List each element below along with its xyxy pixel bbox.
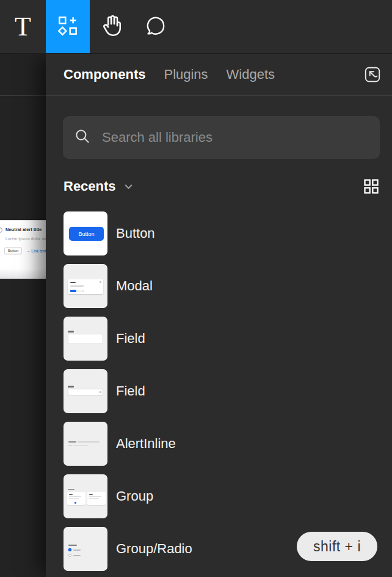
bar: [73, 549, 81, 551]
bar: [100, 281, 101, 283]
thumb-input-box: [68, 389, 103, 395]
alertinline-thumbnail: [64, 422, 107, 466]
thumb-card: [87, 492, 106, 505]
text-tool-icon: T: [15, 13, 31, 40]
field-thumbnail: [64, 369, 107, 413]
grid-view-toggle[interactable]: [363, 178, 380, 195]
bar: [69, 496, 81, 497]
thumb-blue-button: Button: [69, 227, 104, 241]
component-label: Modal: [116, 278, 153, 294]
chevron-down-icon: [123, 182, 134, 192]
bar: [70, 290, 76, 292]
component-item-group[interactable]: Group: [64, 474, 392, 518]
comment-bubble-icon: [145, 15, 167, 39]
bar: [100, 391, 101, 393]
alert-body-text: Lorem ipsum dolor amet conse: [5, 237, 46, 241]
component-item-field-2[interactable]: Field: [64, 369, 392, 413]
alert-info-icon: [0, 227, 2, 233]
insert-panel: Components Plugins Widgets Recents: [46, 54, 392, 577]
component-label: Field: [116, 383, 145, 399]
component-label: Group: [116, 488, 153, 504]
search-icon: [74, 128, 91, 147]
thumb-card: [67, 492, 85, 505]
canvas-frame-edge: [0, 95, 46, 96]
group-thumbnail: [64, 474, 107, 518]
tab-components[interactable]: Components: [64, 67, 145, 83]
field-thumbnail: [64, 317, 107, 361]
search-input[interactable]: [102, 130, 369, 145]
component-label: AlertInline: [116, 436, 176, 452]
alert-link-text: → Link text: [26, 249, 46, 253]
bar: [70, 282, 76, 283]
bar: [74, 502, 76, 504]
bar: [89, 494, 93, 495]
recents-list: Button Button Modal: [64, 211, 392, 577]
bar: [68, 331, 74, 333]
button-thumbnail: Button: [64, 211, 107, 255]
library-search[interactable]: [63, 116, 380, 159]
alert-button: Button: [4, 247, 22, 254]
modal-thumbnail: [64, 264, 107, 308]
component-label: Button: [116, 226, 155, 241]
grid-view-icon: [363, 178, 380, 195]
canvas-background: Neutral alert title Lorem ipsum dolor am…: [0, 54, 46, 577]
bar: [73, 555, 81, 556]
component-item-alertinline[interactable]: AlertInline: [64, 422, 392, 466]
toolbar: T: [0, 0, 392, 54]
bar: [78, 290, 84, 292]
insert-components-tool-button[interactable]: [46, 0, 90, 53]
tab-plugins[interactable]: Plugins: [164, 67, 208, 83]
component-item-field[interactable]: Field: [64, 317, 392, 361]
recents-section-header: Recents: [64, 175, 380, 198]
arrow-up-left-box-icon: [363, 65, 382, 84]
thumb-input-box: [68, 334, 103, 344]
insert-components-icon: [57, 15, 79, 39]
text-tool-button[interactable]: T: [0, 0, 46, 53]
shortcut-hint-pill: shift + i: [297, 532, 377, 561]
canvas-alert-component[interactable]: Neutral alert title Lorem ipsum dolor am…: [0, 220, 46, 279]
bar: [70, 285, 84, 287]
component-label: Field: [116, 331, 145, 347]
bar: [69, 498, 79, 499]
open-as-window-button[interactable]: [361, 64, 383, 86]
thumb-radio-unselected: [68, 554, 71, 557]
hand-tool-icon: [100, 14, 123, 40]
recents-title: Recents: [64, 178, 116, 194]
component-item-modal[interactable]: Modal: [64, 264, 392, 308]
group-radio-thumbnail: [64, 527, 107, 571]
tab-widgets[interactable]: Widgets: [227, 67, 275, 83]
component-label: Group/Radio: [116, 541, 192, 557]
thumb-modal-window: [68, 279, 103, 294]
alert-title: Neutral alert title: [5, 227, 42, 232]
bar: [78, 441, 100, 443]
bar: [89, 498, 99, 499]
panel-tabs-header: Components Plugins Widgets: [46, 54, 392, 96]
bar: [68, 441, 76, 443]
figma-window: T: [0, 0, 392, 577]
bar: [68, 489, 74, 490]
bar: [68, 445, 73, 446]
component-item-button[interactable]: Button Button: [64, 211, 392, 255]
bar: [74, 445, 89, 446]
hand-tool-button[interactable]: [90, 0, 134, 53]
bar: [68, 386, 74, 388]
bar: [68, 545, 77, 546]
bar: [69, 494, 73, 495]
bar: [89, 496, 101, 497]
recents-dropdown[interactable]: [123, 182, 134, 192]
comment-tool-button[interactable]: [134, 0, 178, 53]
thumb-radio-selected: [68, 548, 71, 551]
